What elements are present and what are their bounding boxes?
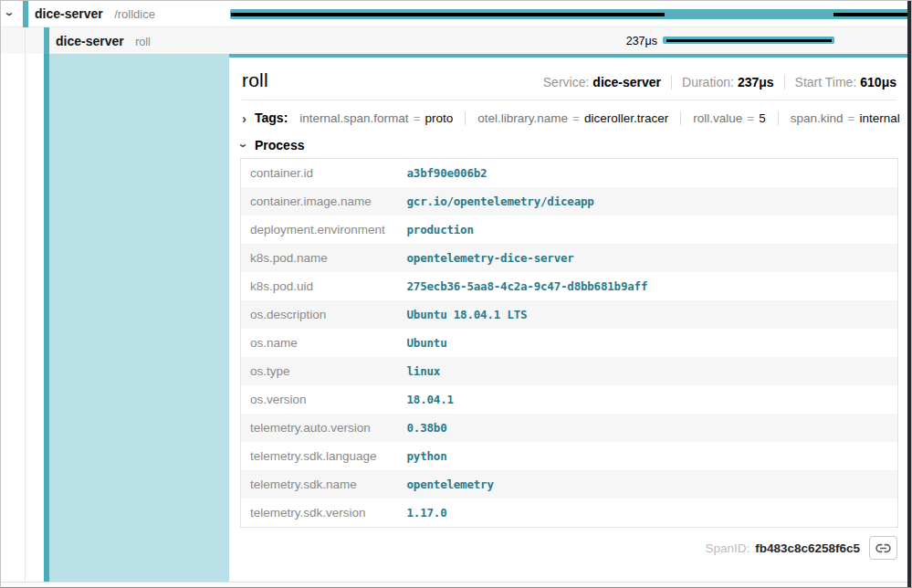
process-table-row: telemetry.sdk.languagepython xyxy=(241,442,898,470)
collapse-children-chevron-icon[interactable]: › xyxy=(4,12,17,16)
process-table-row: os.typelinux xyxy=(241,357,898,385)
indent-guide xyxy=(25,54,26,582)
selected-span-rail xyxy=(1,54,229,582)
process-table-row: telemetry.auto.version0.38b0 xyxy=(241,414,898,442)
process-table-row: container.ida3bf90e006b2 xyxy=(241,159,898,188)
page-bottom-strip xyxy=(1,582,911,588)
tag-item: otel.library.name=diceroller.tracer xyxy=(465,111,668,125)
copy-span-link-button[interactable] xyxy=(869,536,897,560)
critical-path-segment xyxy=(833,13,910,16)
tags-label: Tags: xyxy=(255,110,288,125)
span-color-bar xyxy=(44,27,49,54)
tags-accordion-header[interactable]: › Tags: internal.span.format=proto otel.… xyxy=(240,110,898,125)
span-duration-label: 237μs xyxy=(566,35,657,47)
link-icon xyxy=(875,541,891,555)
span-bar-roll[interactable] xyxy=(663,37,834,44)
critical-path-segment xyxy=(231,13,665,16)
span-row-label: dice-server /rolldice xyxy=(35,5,155,22)
summary-service-value: dice-server xyxy=(592,75,661,89)
detail-footer: SpanID: fb483c8c6258f6c5 xyxy=(240,536,898,560)
process-table-row: os.nameUbuntu xyxy=(241,329,898,357)
header-divider xyxy=(242,100,896,100)
indent-guide xyxy=(25,27,26,54)
operation-name: /rolldice xyxy=(114,7,155,21)
span-detail-panel: roll Service:dice-serverDuration:237μsSt… xyxy=(229,54,911,582)
process-accordion-header[interactable]: › Process xyxy=(240,138,898,152)
process-table-row: deployment.environmentproduction xyxy=(241,215,898,244)
span-color-bar xyxy=(23,1,28,27)
summary-start-value: 610μs xyxy=(860,75,896,89)
span-title: roll xyxy=(242,69,268,91)
process-table-row: telemetry.sdk.version1.17.0 xyxy=(241,499,898,528)
tag-item: internal.span.format=proto xyxy=(299,111,453,125)
operation-name: roll xyxy=(135,36,151,48)
summary-duration-value: 237μs xyxy=(738,75,774,89)
process-table-row: os.descriptionUbuntu 18.04.1 LTS xyxy=(241,300,898,329)
tag-item: span.kind=internal xyxy=(778,111,900,125)
detail-header: roll Service:dice-serverDuration:237μsSt… xyxy=(240,68,898,91)
tag-item: roll.value=5 xyxy=(680,111,765,125)
process-table-row: k8s.pod.uid275ecb36-5aa8-4c2a-9c47-d8bb6… xyxy=(241,272,898,300)
jaeger-trace-detail-view: › dice-server /rolldice dice-server roll… xyxy=(0,0,912,588)
span-detail-row: roll Service:dice-serverDuration:237μsSt… xyxy=(1,54,911,582)
selected-span-highlight xyxy=(49,54,229,582)
service-name: dice-server xyxy=(35,6,103,21)
span-row-rolldice[interactable]: › dice-server /rolldice xyxy=(1,1,911,27)
span-row-roll-selected[interactable]: dice-server roll 237μs xyxy=(1,27,911,54)
service-name: dice-server xyxy=(56,34,124,48)
process-table-row: k8s.pod.nameopentelemetry-dice-server xyxy=(241,244,898,272)
spanid-value: fb483c8c6258f6c5 xyxy=(755,541,860,555)
process-table-row: container.image.namegcr.io/opentelemetry… xyxy=(241,187,898,215)
chevron-right-icon: › xyxy=(242,111,246,125)
span-bar-rolldice[interactable] xyxy=(230,9,910,19)
span-summary: Service:dice-serverDuration:237μsStart T… xyxy=(543,75,896,89)
summary-duration: Duration:237μs xyxy=(671,75,774,89)
process-table-row: telemetry.sdk.nameopentelemetry xyxy=(241,470,898,499)
process-label: Process xyxy=(255,138,304,152)
critical-path-segment xyxy=(666,39,832,42)
summary-start-time: Start Time:610μs xyxy=(784,75,896,89)
process-table-row: os.version18.04.1 xyxy=(241,385,898,414)
process-table: container.ida3bf90e006b2 container.image… xyxy=(240,158,898,528)
span-row-label: dice-server roll xyxy=(56,33,151,49)
spanid-label: SpanID: xyxy=(705,541,750,555)
span-rows: › dice-server /rolldice dice-server roll… xyxy=(1,1,911,54)
chevron-down-icon: › xyxy=(237,143,251,148)
window-edge xyxy=(907,1,911,587)
summary-service: Service:dice-server xyxy=(543,75,661,89)
